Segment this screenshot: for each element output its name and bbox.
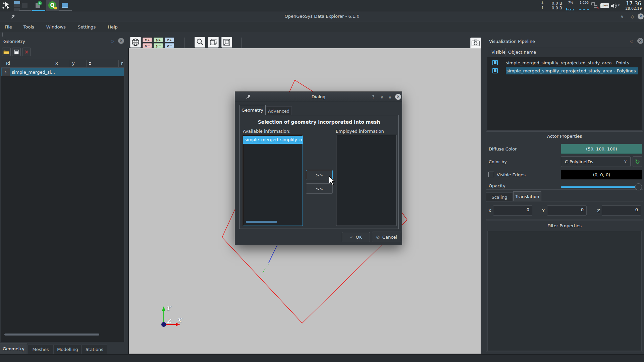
float-dock-icon[interactable]: ◇ bbox=[111, 39, 114, 44]
x-input[interactable]: 0 bbox=[493, 205, 532, 216]
employed-list[interactable] bbox=[336, 135, 396, 226]
load-geometry-button[interactable] bbox=[2, 48, 11, 56]
task-qgis-active-bg[interactable]: Q bbox=[46, 0, 59, 11]
ok-button[interactable]: ✓ OK bbox=[342, 232, 370, 242]
cancel-button[interactable]: ⊘ Cancel bbox=[372, 232, 401, 242]
app-launcher-icon[interactable] bbox=[2, 1, 11, 10]
menubar: File Tools Windows Settings Help bbox=[0, 22, 644, 32]
close-dock-icon[interactable]: × bbox=[118, 38, 124, 44]
virtual-desktop-pager[interactable] bbox=[14, 1, 20, 11]
list-h-scrollbar[interactable] bbox=[246, 221, 277, 223]
tab-meshes[interactable]: Meshes bbox=[28, 345, 54, 354]
tab-modelling[interactable]: Modelling bbox=[54, 345, 81, 354]
pipeline-item-label: simple_merged_simplify_reprojected_study… bbox=[506, 67, 638, 74]
view-y-minus-button[interactable]: y− bbox=[154, 43, 163, 48]
float-dock-icon[interactable]: ◇ bbox=[630, 39, 633, 44]
opacity-slider-handle[interactable] bbox=[635, 183, 642, 190]
network-up-arrow-icon: ↑ bbox=[541, 5, 544, 10]
edge-color-button[interactable]: (0, 0, 0) bbox=[561, 170, 642, 180]
check-icon: ✓ bbox=[350, 235, 354, 240]
tab-geometry[interactable]: Geometry bbox=[0, 344, 27, 354]
view-z-plus-button[interactable]: z+ bbox=[165, 38, 174, 42]
tree-row-selected[interactable]: › simple_merged_si... bbox=[1, 68, 124, 76]
save-geometry-button[interactable] bbox=[12, 48, 21, 56]
shade-button[interactable]: ∨ bbox=[621, 14, 624, 19]
maximize-button[interactable]: ◇ bbox=[631, 14, 634, 19]
actor-properties-title: Actor Properties bbox=[486, 134, 643, 139]
axis-label-y: Y bbox=[166, 305, 171, 312]
diffuse-color-button[interactable]: (50, 100, 100) bbox=[561, 144, 642, 154]
view-y-plus-button[interactable]: y+ bbox=[154, 38, 163, 42]
status-bar bbox=[0, 354, 644, 362]
tab-translation[interactable]: Translation bbox=[513, 191, 541, 201]
shade-button[interactable]: ∨ bbox=[380, 95, 384, 100]
cpu-graph[interactable] bbox=[566, 7, 578, 10]
col-x: x bbox=[55, 61, 58, 66]
visibility-checkbox[interactable] bbox=[492, 68, 498, 73]
screenshot-button[interactable] bbox=[470, 38, 481, 48]
opacity-slider-track[interactable] bbox=[561, 186, 642, 188]
pipeline-row-selected[interactable]: simple_merged_simplify_reprojected_study… bbox=[487, 67, 642, 75]
task-icon-window[interactable] bbox=[62, 3, 68, 8]
memory-graph[interactable] bbox=[579, 9, 590, 10]
menu-tools[interactable]: Tools bbox=[20, 22, 38, 32]
expander[interactable]: › bbox=[2, 68, 10, 76]
available-list[interactable]: simple_merged_simplify_repr bbox=[243, 135, 303, 226]
h-scrollbar[interactable] bbox=[4, 334, 99, 336]
clock-time[interactable]: 17:36 bbox=[625, 0, 643, 7]
menu-windows[interactable]: Windows bbox=[43, 22, 69, 32]
menu-file[interactable]: File bbox=[1, 22, 15, 32]
menu-help[interactable]: Help bbox=[104, 22, 121, 32]
remove-geometry-button[interactable]: ✕ bbox=[22, 48, 31, 56]
y-input[interactable]: 0 bbox=[547, 205, 587, 216]
tray-expand-caret-icon[interactable]: ▾ bbox=[618, 3, 620, 7]
dialog-tab-geometry[interactable]: Geometry bbox=[239, 105, 266, 115]
globe-view-button[interactable] bbox=[130, 37, 141, 48]
tab-scaling[interactable]: Scaling bbox=[486, 192, 513, 201]
dialog-close-button[interactable]: × bbox=[395, 94, 401, 100]
task-icon-new-document[interactable]: + bbox=[35, 2, 42, 8]
menu-settings[interactable]: Settings bbox=[74, 22, 99, 32]
color-by-select[interactable]: C-PolylineIDs ∨ bbox=[561, 156, 631, 167]
clock-date[interactable]: 28.02.19 bbox=[625, 6, 643, 11]
dialog-titlebar[interactable]: Dialog ? ∨ ∧ × bbox=[235, 92, 402, 102]
unshade-button[interactable]: ∧ bbox=[388, 95, 392, 100]
close-button[interactable]: × bbox=[638, 13, 644, 19]
pipeline-tree[interactable]: Visible Object name simple_merged_simpli… bbox=[487, 47, 642, 131]
pipeline-row[interactable]: simple_merged_simplify_reprojected_study… bbox=[487, 59, 642, 67]
volume-icon[interactable] bbox=[610, 2, 617, 9]
axis-indicator: Y Z X bbox=[161, 305, 182, 327]
view-z-minus-button[interactable]: z− bbox=[165, 43, 174, 48]
task-icon-1[interactable] bbox=[22, 3, 28, 8]
visibility-checkbox[interactable] bbox=[492, 60, 498, 65]
col-visible: Visible bbox=[491, 50, 505, 55]
ortho-view-button[interactable] bbox=[221, 37, 232, 48]
dialog-tab-content: Selection of geometry incorporated into … bbox=[239, 115, 399, 229]
col-r: r bbox=[121, 61, 123, 66]
cancel-icon: ⊘ bbox=[376, 234, 380, 240]
refresh-button[interactable]: ↻ bbox=[633, 156, 642, 167]
perspective-view-button[interactable] bbox=[208, 37, 219, 48]
z-input[interactable]: 0 bbox=[602, 205, 641, 216]
available-list-item-selected[interactable]: simple_merged_simplify_repr bbox=[243, 136, 303, 144]
view-x-minus-button[interactable]: x− bbox=[143, 43, 152, 48]
visible-edges-checkbox[interactable] bbox=[488, 172, 494, 177]
task-underline-2-active bbox=[32, 10, 45, 11]
help-button[interactable]: ? bbox=[372, 94, 374, 100]
pager-desktop-1[interactable] bbox=[14, 1, 20, 4]
toolbar-separator bbox=[184, 38, 184, 48]
task-underline-1 bbox=[19, 10, 32, 11]
close-dock-icon[interactable]: × bbox=[637, 38, 643, 44]
dialog-tab-advanced[interactable]: Advanced bbox=[266, 106, 292, 115]
network-disconnected-icon[interactable]: × bbox=[591, 2, 599, 9]
battery-icon[interactable]: 100% bbox=[600, 3, 609, 8]
memory-amount: 1.05G bbox=[580, 1, 589, 4]
pager-desktop-2[interactable] bbox=[14, 4, 20, 7]
tab-stations[interactable]: Stations bbox=[82, 345, 107, 354]
geometry-tree[interactable]: Id x y z r › simple_merged_si... bbox=[1, 59, 124, 342]
mesh-geometry-dialog[interactable]: Dialog ? ∨ ∧ × Geometry Advanced Selecti… bbox=[235, 92, 402, 245]
window-titlebar[interactable]: OpenGeoSys Data Explorer - 6.1.0 ∨ ◇ × bbox=[0, 11, 644, 22]
view-x-plus-button[interactable]: x+ bbox=[143, 38, 152, 42]
cube-icon bbox=[209, 38, 217, 46]
zoom-button[interactable] bbox=[195, 37, 205, 48]
